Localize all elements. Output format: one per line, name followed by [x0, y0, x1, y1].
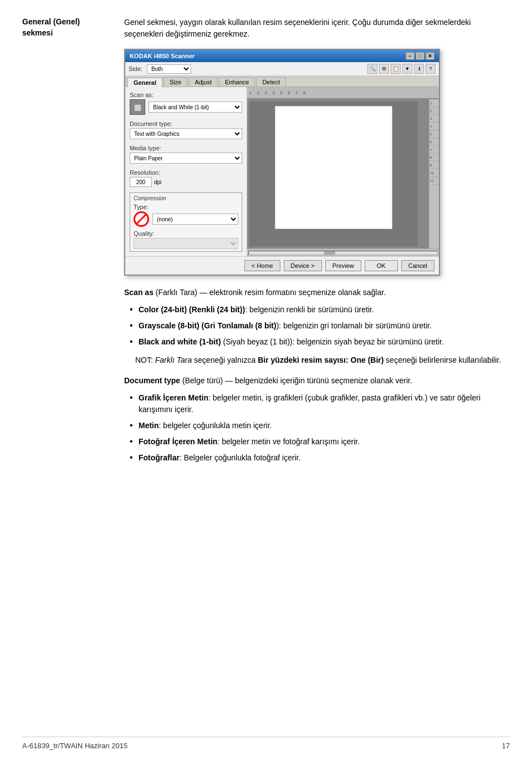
dialog-right-panel: 1 2 3 4 5 6 7 8 — [247, 87, 439, 256]
tab-size[interactable]: Size — [163, 77, 187, 87]
maximize-button[interactable]: □ — [416, 52, 424, 60]
quality-select — [134, 238, 238, 249]
resolution-label: Resolution: — [130, 169, 242, 176]
ruler-mark-7: 7 — [429, 146, 439, 154]
ruler-mark-4: 4 — [429, 123, 439, 130]
scan-as-row: ▦ Black and White (1-bit) Color (24-bit)… — [130, 99, 242, 115]
document-type-section: Document type (Belge türü) — belgenizdek… — [124, 375, 510, 464]
media-type-select[interactable]: Plain Paper Glossy Paper — [130, 153, 242, 164]
scan-as-group: Scan as: ▦ Black and White (1-bit) Color… — [130, 92, 242, 115]
ok-button[interactable]: OK — [365, 260, 398, 271]
scan-as-intro: Scan as (Farklı Tara) — elektronik resim… — [124, 287, 510, 298]
tab-enhance[interactable]: Enhance — [219, 77, 255, 87]
left-column: General (Genel) sekmesi — [22, 17, 111, 473]
preview-area — [249, 102, 418, 246]
toolbar-icon-5[interactable]: ℹ — [414, 64, 424, 74]
no-row: (none) JPEG — [134, 211, 238, 227]
preview-page — [275, 106, 393, 229]
note-text: NOT: Farklı Tara seçeneği yalnızca Bir y… — [135, 354, 510, 366]
intro-text: Genel sekmesi, yaygın olarak kullanılan … — [124, 17, 510, 40]
close-button[interactable]: ✕ — [426, 52, 434, 60]
tab-general[interactable]: General — [127, 78, 162, 87]
scrollbar-track — [248, 251, 438, 255]
scrollbar-thumb[interactable] — [324, 251, 335, 255]
preview-wrapper: 1 2 3 4 5 6 7 8 9 10 11 — [247, 99, 439, 248]
media-type-group: Media type: Plain Paper Glossy Paper — [130, 145, 242, 164]
dialog-tabs: General Size Adjust Enhance Detect — [125, 76, 439, 87]
ruler-mark-1: 1 — [429, 99, 439, 107]
bullet-text: Metin: belgeler çoğunlukla metin içerir. — [130, 420, 510, 432]
document-type-desc: (Belge türü) — belgenizdeki içeriğin tür… — [182, 376, 412, 385]
main-content: General (Genel) sekmesi Genel sekmesi, y… — [22, 17, 510, 473]
resolution-row: dpi — [130, 177, 242, 187]
toolbar-icon-4[interactable]: ▼ — [402, 64, 412, 74]
ruler-mark-3: 3 — [429, 115, 439, 123]
ruler-mark-6: 6 — [429, 138, 439, 146]
dpi-label: dpi — [154, 179, 161, 185]
tab-adjust[interactable]: Adjust — [188, 77, 218, 87]
minimize-button[interactable]: − — [406, 52, 415, 60]
footer-right: 17 — [502, 742, 510, 750]
scanner-dialog: KODAK i4850 Scanner − □ ✕ Side: Both 🔍 — [124, 49, 440, 276]
ruler-mark-11: 11 — [429, 177, 439, 185]
document-type-select[interactable]: Text with Graphics Text Photo — [130, 128, 242, 139]
titlebar-controls: − □ ✕ — [406, 52, 434, 60]
side-label: Side: — [129, 65, 142, 72]
bullet-bw: Black and white (1-bit) (Siyah beyaz (1 … — [130, 336, 510, 348]
scan-as-bullets: Color (24-bit) (Renkli (24 bit)): belgen… — [124, 304, 510, 348]
type-label: Type: — [134, 204, 238, 210]
section-title: General (Genel) sekmesi — [22, 17, 80, 37]
right-ruler: 1 2 3 4 5 6 7 8 9 10 11 — [429, 99, 439, 248]
dialog-titlebar: KODAK i4850 Scanner − □ ✕ — [125, 50, 439, 62]
toolbar-icon-2[interactable]: ⚙ — [379, 64, 389, 74]
footer-left: A-61839_tr/TWAIN Haziran 2015 — [22, 742, 127, 750]
dialog-title: KODAK i4850 Scanner — [130, 53, 195, 59]
ruler-mark-2: 2 — [429, 107, 439, 115]
ruler-mark-8: 8 — [429, 154, 439, 161]
no-sign-icon — [134, 211, 149, 227]
document-type-bullets: Grafik İçeren Metin: belgeler metin, iş … — [124, 392, 510, 464]
quality-label: Quality: — [134, 230, 238, 237]
compression-title: Compression — [134, 195, 238, 201]
toolbar-icon-1[interactable]: 🔍 — [367, 64, 377, 74]
dialog-left-panel: Scan as: ▦ Black and White (1-bit) Color… — [125, 87, 247, 256]
scan-icon: ▦ — [130, 99, 145, 115]
cancel-button[interactable]: Cancel — [401, 260, 434, 271]
ruler-mark-9: 9 — [429, 161, 439, 169]
bullet-photo-text: Fotoğraf İçeren Metin: belgeler metin ve… — [130, 436, 510, 448]
toolbar-icons: 🔍 ⚙ 📋 ▼ ℹ ? — [367, 64, 436, 74]
toolbar-icon-6[interactable]: ? — [426, 64, 436, 74]
ruler-mark-10: 10 — [429, 169, 439, 177]
dialog-footer: < Home Device > Preview OK Cancel — [125, 256, 439, 275]
tab-detect[interactable]: Detect — [256, 77, 286, 87]
top-ruler: 1 2 3 4 5 6 7 8 — [247, 87, 439, 98]
type-select[interactable]: (none) JPEG — [152, 214, 238, 225]
resolution-group: Resolution: dpi — [130, 169, 242, 187]
right-column: Genel sekmesi, yaygın olarak kullanılan … — [124, 17, 510, 473]
page-container: General (Genel) sekmesi Genel sekmesi, y… — [0, 0, 532, 761]
resolution-input[interactable] — [130, 177, 152, 187]
document-type-intro: Document type (Belge türü) — belgenizdek… — [124, 375, 510, 387]
toolbar-icon-3[interactable]: 📋 — [391, 64, 401, 74]
ruler-numbers: 1 2 3 4 5 6 7 8 — [249, 91, 305, 95]
ruler-mark-5: 5 — [429, 130, 439, 138]
media-type-label: Media type: — [130, 145, 242, 151]
preview-scrollbar[interactable] — [247, 248, 439, 256]
side-select[interactable]: Both — [147, 64, 191, 74]
scan-as-select[interactable]: Black and White (1-bit) Color (24-bit) G… — [149, 102, 242, 113]
bullet-photos: Fotoğraflar: Belgeler çoğunlukla fotoğra… — [130, 452, 510, 464]
page-footer: A-61839_tr/TWAIN Haziran 2015 17 — [22, 737, 510, 750]
document-type-term: Document type — [124, 376, 180, 385]
scan-as-section: Scan as (Farklı Tara) — elektronik resim… — [124, 287, 510, 366]
scan-as-parens: (Farklı Tara) — elektronik resim formatı… — [156, 288, 386, 297]
scan-as-term: Scan as — [124, 288, 154, 297]
home-button[interactable]: < Home — [244, 260, 280, 271]
preview-button[interactable]: Preview — [325, 260, 361, 271]
document-type-label: Document type: — [130, 120, 242, 127]
document-type-group: Document type: Text with Graphics Text P… — [130, 120, 242, 139]
compression-box: Compression Type: (none) JPEG Quality: — [130, 192, 242, 252]
bullet-color: Color (24-bit) (Renkli (24 bit)): belgen… — [130, 304, 510, 316]
scan-as-label: Scan as: — [130, 92, 242, 98]
device-button[interactable]: Device > — [284, 260, 322, 271]
dialog-toolbar: Side: Both 🔍 ⚙ 📋 ▼ ℹ ? — [125, 62, 439, 76]
